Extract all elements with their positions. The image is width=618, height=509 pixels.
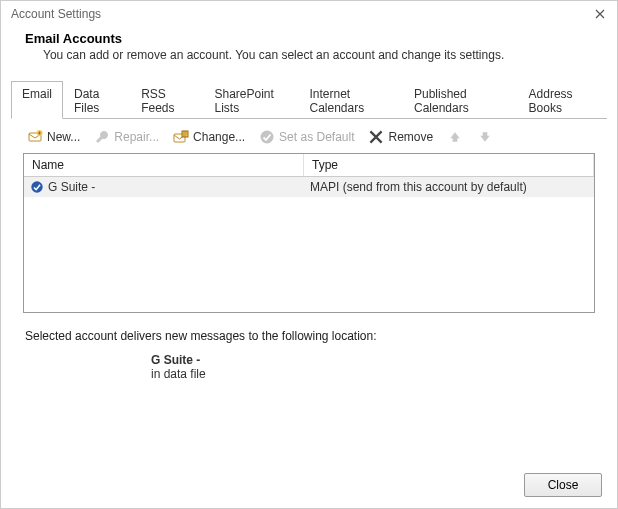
change-icon	[173, 129, 189, 145]
repair-button: Repair...	[90, 127, 163, 147]
remove-button[interactable]: Remove	[364, 127, 437, 147]
page-title: Email Accounts	[25, 31, 597, 46]
tab-sharepoint-lists[interactable]: SharePoint Lists	[203, 81, 298, 119]
list-header: Name Type	[24, 154, 594, 177]
new-button[interactable]: New...	[23, 127, 84, 147]
column-name[interactable]: Name	[24, 154, 304, 176]
repair-label: Repair...	[114, 130, 159, 144]
account-name: G Suite -	[48, 180, 95, 194]
tab-bar: Email Data Files RSS Feeds SharePoint Li…	[11, 80, 607, 119]
close-button[interactable]: Close	[524, 473, 602, 497]
arrow-up-icon	[447, 129, 463, 145]
tab-data-files[interactable]: Data Files	[63, 81, 130, 119]
tab-rss-feeds[interactable]: RSS Feeds	[130, 81, 203, 119]
set-default-icon	[259, 129, 275, 145]
change-label: Change...	[193, 130, 245, 144]
tab-internet-calendars[interactable]: Internet Calendars	[298, 81, 403, 119]
new-label: New...	[47, 130, 80, 144]
table-row[interactable]: G Suite - MAPI (send from this account b…	[24, 177, 594, 197]
new-icon	[27, 129, 43, 145]
tab-published-calendars[interactable]: Published Calendars	[403, 81, 518, 119]
toolbar: New... Repair... Change... Set as Defaul…	[11, 119, 607, 153]
remove-icon	[368, 129, 384, 145]
set-default-label: Set as Default	[279, 130, 354, 144]
default-account-icon	[30, 180, 44, 194]
accounts-list[interactable]: Name Type G Suite - MAPI (send from this…	[23, 153, 595, 313]
remove-label: Remove	[388, 130, 433, 144]
tab-email[interactable]: Email	[11, 81, 63, 119]
set-default-button: Set as Default	[255, 127, 358, 147]
close-icon[interactable]	[593, 7, 607, 21]
svg-point-5	[31, 181, 42, 192]
delivery-location-label: Selected account delivers new messages t…	[11, 313, 607, 349]
move-up-button	[443, 127, 467, 147]
move-down-button	[473, 127, 497, 147]
column-type[interactable]: Type	[304, 154, 594, 176]
arrow-down-icon	[477, 129, 493, 145]
account-type: MAPI (send from this account by default)	[304, 177, 594, 197]
tab-address-books[interactable]: Address Books	[518, 81, 607, 119]
page-description: You can add or remove an account. You ca…	[25, 48, 597, 62]
change-button[interactable]: Change...	[169, 127, 249, 147]
delivery-data-file: in data file	[151, 367, 607, 381]
delivery-account-name: G Suite -	[151, 353, 607, 367]
svg-point-4	[261, 131, 274, 144]
repair-icon	[94, 129, 110, 145]
window-title: Account Settings	[11, 7, 101, 21]
